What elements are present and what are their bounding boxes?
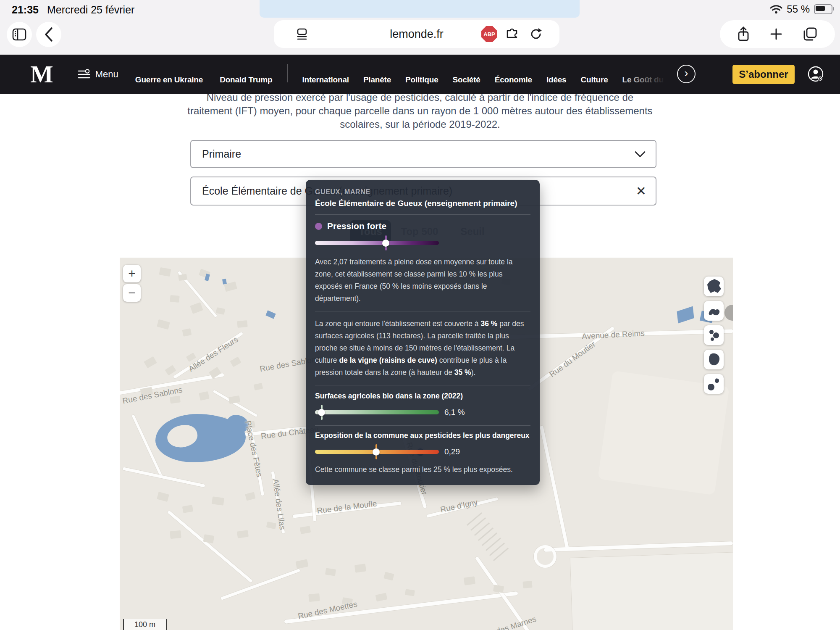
street-label: Rue des Marnes: [479, 614, 537, 630]
map-road: [544, 541, 733, 552]
map-building: [157, 319, 170, 330]
nav-link-1[interactable]: Guerre en Ukraine: [135, 75, 203, 84]
nav-section-3[interactable]: Politique: [405, 75, 438, 84]
ipad-safari-screen: 21:35 Mercredi 25 février 55 % lemonde.f…: [0, 0, 840, 630]
bio-value: 6,1 %: [444, 408, 465, 417]
map-building: [144, 356, 157, 369]
wifi-icon: [770, 4, 782, 14]
nav-section-6[interactable]: Idées: [546, 75, 567, 84]
map-building: [354, 564, 366, 572]
popup-paragraph-2: La zone qui entoure l'établissement est …: [315, 318, 530, 379]
map-description: Niveau de pression exercé par l'usage de…: [0, 91, 840, 131]
map-road: [220, 569, 300, 600]
reunion-map-icon: [705, 375, 723, 393]
share-icon[interactable]: [737, 26, 750, 42]
map-building: [325, 568, 336, 576]
guadeloupe-map-icon: [705, 302, 723, 320]
map-building: [182, 328, 192, 337]
water-bit: [265, 310, 276, 319]
map-cluster-dot: [724, 305, 733, 321]
region-button-france[interactable]: [704, 277, 724, 296]
exposure-label: Exposition de la commune aux pesticides …: [315, 431, 530, 440]
back-button[interactable]: [36, 22, 61, 47]
status-bar: 21:35 Mercredi 25 février 55 %: [0, 0, 840, 19]
map-building: [170, 530, 181, 539]
region-button-guyane[interactable]: [704, 350, 724, 369]
map-road: [167, 510, 253, 583]
exposure-slider-thumb: [373, 444, 380, 459]
nav-link-2[interactable]: Donald Trump: [220, 75, 272, 84]
nav-section-4[interactable]: Société: [453, 75, 480, 84]
lemonde-navbar: M Menu Guerre en UkraineDonald TrumpInte…: [0, 55, 840, 94]
industrial-area: [570, 552, 733, 630]
map-building: [464, 576, 475, 585]
toolbar-right-cluster: [720, 20, 835, 48]
new-tab-icon[interactable]: [769, 27, 783, 41]
address-bar[interactable]: lemonde.fr ABP: [274, 20, 559, 48]
street-label: Place des Fêtes: [243, 420, 264, 478]
map-building: [170, 395, 181, 403]
clear-search-icon[interactable]: ✕: [636, 185, 646, 198]
school-level-select[interactable]: Primaire: [190, 140, 656, 168]
nav-section-7[interactable]: Culture: [580, 75, 608, 84]
reload-icon[interactable]: [529, 27, 543, 41]
clock: 21:35: [12, 4, 39, 16]
exposure-note: Cette commune se classe parmi les 25 % l…: [315, 464, 530, 476]
extension-puzzle-icon[interactable]: [505, 27, 519, 41]
popup-school-title: École Élémentaire de Gueux (enseignement…: [315, 199, 530, 208]
nav-section-5[interactable]: Économie: [495, 75, 532, 84]
nav-fade-overlay: [617, 55, 674, 94]
scale-bar: 100 m: [123, 619, 167, 630]
pressure-dot-icon: [315, 223, 322, 230]
menu-label: Menu: [95, 69, 118, 80]
region-button-martinique[interactable]: [704, 325, 724, 345]
account-icon[interactable]: [807, 66, 824, 82]
menu-button[interactable]: Menu: [78, 69, 118, 80]
water-bit: [677, 306, 694, 324]
map-building: [182, 505, 193, 513]
martinique-map-icon: [705, 326, 723, 345]
map-building: [266, 522, 276, 529]
map-building: [178, 274, 187, 281]
subscribe-button[interactable]: S’abonner: [732, 65, 795, 84]
school-info-popup: GUEUX, MARNE École Élémentaire de Gueux …: [306, 180, 540, 485]
lemonde-logo[interactable]: M: [30, 62, 53, 87]
region-button-reunion[interactable]: [704, 374, 724, 394]
battery-icon: [814, 4, 832, 14]
street-label: Rue du Moutier: [548, 340, 597, 379]
map-building: [300, 526, 311, 534]
map-building: [522, 581, 532, 588]
map-building: [228, 395, 240, 404]
menu-icon: [78, 69, 90, 80]
sidebar-toggle-button[interactable]: [7, 22, 32, 47]
nav-section-2[interactable]: Planète: [363, 75, 391, 84]
map-building: [493, 585, 504, 593]
status-date: Mercredi 25 février: [47, 4, 134, 16]
street-label: Avenue de Reims: [582, 329, 645, 341]
description-line: scolaires, sur la période 2019-2022.: [0, 118, 840, 131]
bio-slider-thumb: [318, 405, 325, 420]
france-map-icon: [705, 277, 723, 296]
map-building: [295, 559, 308, 569]
zoom-out-button[interactable]: −: [123, 284, 141, 302]
nav-section-1[interactable]: International: [302, 75, 349, 84]
nav-scroll-next-button[interactable]: ›: [677, 65, 696, 83]
street-label: Rue d'Igny: [440, 498, 479, 514]
zoom-in-button[interactable]: +: [123, 265, 141, 282]
tabs-overview-icon[interactable]: [803, 27, 818, 41]
exposure-slider: [315, 444, 439, 459]
map-building: [170, 295, 179, 303]
map-building: [157, 492, 169, 502]
region-button-guadeloupe[interactable]: [704, 301, 724, 321]
map-building: [212, 496, 224, 506]
popup-region-label: GUEUX, MARNE: [315, 188, 530, 196]
map-road: [540, 425, 569, 549]
map-building: [375, 593, 388, 601]
bio-surfaces-label: Surfaces agricoles bio dans la zone (202…: [315, 392, 530, 401]
map-building: [383, 572, 394, 580]
select-value: Primaire: [202, 148, 241, 160]
map-building: [190, 302, 203, 314]
map-building: [199, 391, 209, 401]
chevron-down-icon: [635, 148, 646, 160]
pressure-slider: [315, 235, 439, 250]
